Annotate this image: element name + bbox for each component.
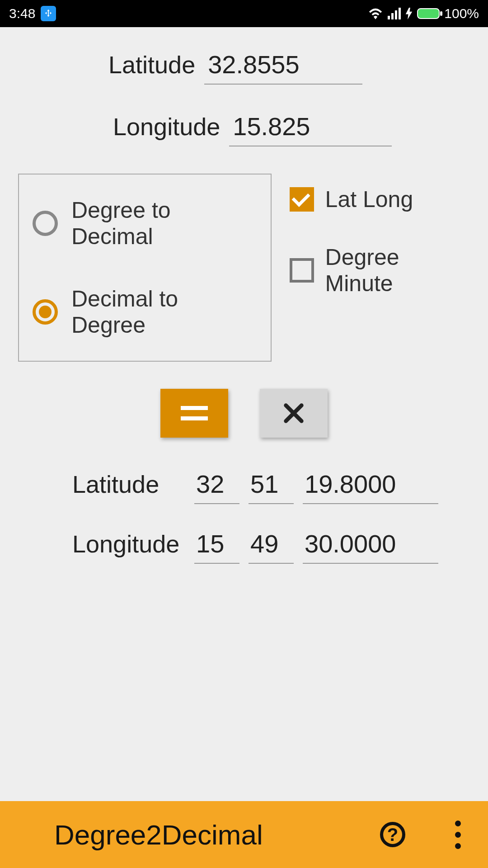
status-time: 3:48 xyxy=(9,6,35,21)
longitude-label: Longitude xyxy=(113,113,220,141)
status-bar: 3:48 100% xyxy=(0,0,488,27)
status-left: 3:48 xyxy=(9,6,56,21)
radio-label-d2dec: Degree to Decimal xyxy=(71,197,257,250)
main-content: Latitude Longitude Degree to Decimal Dec… xyxy=(0,27,488,564)
more-button[interactable] xyxy=(455,821,465,849)
check-label-degmin: Degree Minute xyxy=(325,244,470,297)
radio-unchecked-icon xyxy=(33,211,58,236)
close-icon xyxy=(282,401,305,425)
check-label-latlong: Lat Long xyxy=(325,186,413,212)
result-lat-min: 51 xyxy=(249,469,294,504)
battery-icon xyxy=(417,8,440,19)
results-section: Latitude 32 51 19.8000 Longitude 15 49 3… xyxy=(18,469,470,564)
check-degree-minute[interactable]: Degree Minute xyxy=(290,244,470,297)
radio-decimal-to-degree[interactable]: Decimal to Degree xyxy=(33,286,257,338)
longitude-input-row: Longitude xyxy=(18,112,470,146)
radio-checked-icon xyxy=(33,299,58,325)
latitude-label: Latitude xyxy=(108,51,195,79)
checkbox-checked-icon xyxy=(290,187,314,212)
latitude-input[interactable] xyxy=(204,50,362,85)
help-button[interactable]: ? xyxy=(380,822,405,847)
result-lon-label: Longitude xyxy=(72,530,185,558)
result-lon-deg: 15 xyxy=(194,529,239,564)
bottom-bar: Degree2Decimal ? xyxy=(0,801,488,868)
wifi-icon xyxy=(368,8,383,19)
latitude-input-row: Latitude xyxy=(18,50,470,85)
result-lat-deg: 32 xyxy=(194,469,239,504)
signal-icon xyxy=(388,8,401,19)
action-buttons xyxy=(18,389,470,438)
app-title: Degree2Decimal xyxy=(54,819,263,851)
controls-row: Degree to Decimal Decimal to Degree Lat … xyxy=(18,174,470,362)
result-lon-sec: 30.0000 xyxy=(303,529,438,564)
longitude-input[interactable] xyxy=(229,112,392,146)
equals-icon xyxy=(181,406,208,420)
radio-label-dec2d: Decimal to Degree xyxy=(71,286,257,338)
result-lat-label: Latitude xyxy=(72,470,185,498)
check-lat-long[interactable]: Lat Long xyxy=(290,186,470,212)
status-right: 100% xyxy=(368,6,479,21)
radio-degree-to-decimal[interactable]: Degree to Decimal xyxy=(33,197,257,250)
result-lat-sec: 19.8000 xyxy=(303,469,438,504)
result-latitude-row: Latitude 32 51 19.8000 xyxy=(72,469,470,504)
calculate-button[interactable] xyxy=(160,389,228,438)
result-lon-min: 49 xyxy=(249,529,294,564)
charge-icon xyxy=(405,8,413,19)
result-longitude-row: Longitude 15 49 30.0000 xyxy=(72,529,470,564)
usb-icon xyxy=(41,6,56,21)
checkbox-unchecked-icon xyxy=(290,258,314,283)
clear-button[interactable] xyxy=(260,389,328,438)
battery-percent: 100% xyxy=(444,6,479,21)
output-format-group: Lat Long Degree Minute xyxy=(290,174,470,297)
bottom-actions: ? xyxy=(380,821,465,849)
conversion-mode-group: Degree to Decimal Decimal to Degree xyxy=(18,174,272,362)
